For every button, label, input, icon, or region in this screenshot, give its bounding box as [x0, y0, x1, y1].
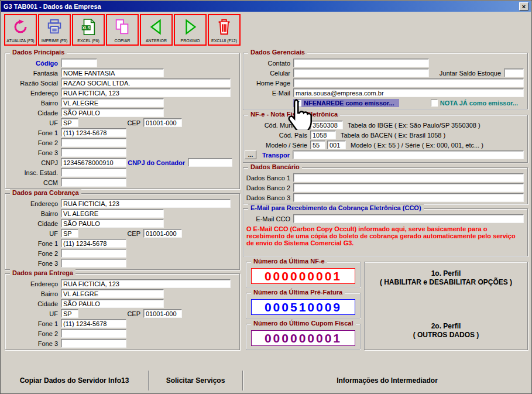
notaja-checkbox[interactable]	[431, 100, 438, 107]
group-dados-cobranca: Dados para Cobrança Endereço Bairro Cida…	[5, 193, 240, 270]
excel-button[interactable]: XLS EXCEL (F6)	[72, 14, 105, 46]
endereco-label: Endereço	[6, 280, 61, 287]
razao-field[interactable]	[61, 78, 231, 87]
copiar-button[interactable]: COPIAR	[106, 14, 139, 46]
group-dados-bancario: Dados Bancário Dados Banco 1 Dados Banco…	[243, 167, 528, 204]
bairro-field[interactable]	[61, 98, 164, 107]
cobranca-fone2-field[interactable]	[61, 249, 126, 258]
juntar-saldo-field[interactable]	[504, 68, 524, 77]
fone2-field[interactable]	[61, 138, 126, 147]
button-label: ANTERIOR	[146, 39, 167, 43]
cobranca-endereco-field[interactable]	[61, 199, 231, 208]
homepage-field[interactable]	[293, 78, 524, 87]
ccm-field[interactable]	[61, 178, 126, 187]
cidade-field[interactable]	[61, 108, 164, 117]
entrega-cidade-field[interactable]	[61, 299, 164, 308]
fone1-field[interactable]	[61, 128, 126, 137]
email-field[interactable]	[293, 88, 524, 97]
check-icon: ✓	[296, 100, 300, 106]
svg-text:XLS: XLS	[82, 26, 90, 30]
cobranca-fone1-field[interactable]	[61, 239, 126, 248]
group-dados-gerenciais: Dados Gerenciais Contato Celular Juntar …	[243, 53, 528, 109]
cobranca-fone3-field[interactable]	[61, 259, 126, 268]
transpor-field[interactable]	[293, 150, 524, 159]
notaja-option[interactable]: NOTA JÁ como emissor...	[431, 100, 518, 107]
imprime-button[interactable]: IMPRIME (F5)	[38, 14, 71, 46]
group-perfis: 1o. Perfil ( HABILITAR e DESABILITAR OPÇ…	[364, 262, 528, 350]
footer-copiar-servidor-button[interactable]: Copiar Dados do Servidor Info13	[1, 369, 147, 392]
endereco-field[interactable]	[61, 88, 231, 97]
uf-label: UF	[6, 119, 61, 126]
banco2-label: Dados Banco 2	[245, 184, 293, 191]
atualiza-button[interactable]: ATUALIZA (F3)	[4, 14, 37, 46]
perfil-2-button[interactable]: 2o. Perfil ( OUTROS DADOS )	[365, 322, 527, 340]
banco3-label: Dados Banco 3	[245, 194, 293, 201]
perfil-1-button[interactable]: 1o. Perfil ( HABILITAR e DESABILITAR OPÇ…	[365, 269, 527, 287]
modelo-serie-label: Modelo / Série	[245, 142, 310, 149]
fone3-field[interactable]	[61, 148, 126, 157]
contato-label: Contato	[245, 60, 293, 67]
cnpj-field[interactable]	[61, 158, 126, 167]
celular-field[interactable]	[293, 68, 429, 77]
footer-bar: Copiar Dados do Servidor Info13 Solicita…	[1, 369, 531, 392]
cco-email-field[interactable]	[293, 214, 524, 223]
entrega-bairro-field[interactable]	[61, 289, 164, 298]
municipio-field[interactable]	[310, 121, 343, 129]
banco3-field[interactable]	[293, 193, 524, 202]
transpor-dots-button[interactable]: ...	[245, 150, 256, 159]
entrega-endereco-field[interactable]	[61, 279, 231, 288]
contato-field[interactable]	[293, 59, 429, 67]
ultima-prefatura-value: 000510009	[251, 299, 355, 315]
titlebar[interactable]: G3 TAB001 - Dados da Empresa ×	[1, 1, 531, 12]
insc-field[interactable]	[61, 168, 126, 177]
cep-label: CEP	[78, 310, 143, 317]
pais-field[interactable]	[310, 131, 336, 139]
nfenarede-checkbox[interactable]: ✓	[294, 100, 301, 107]
button-label: PROXIMO	[180, 39, 200, 43]
cobranca-cep-field[interactable]	[143, 229, 182, 238]
prev-icon	[147, 17, 165, 37]
banco2-field[interactable]	[293, 183, 524, 192]
bairro-label: Bairro	[6, 210, 61, 217]
codigo-label: Código	[6, 60, 61, 67]
cnpj-contador-field[interactable]	[188, 158, 232, 167]
cobranca-bairro-field[interactable]	[61, 209, 164, 218]
button-label: COPIAR	[115, 39, 131, 43]
footer-intermediador-button[interactable]: Informações do Intermediador	[243, 369, 531, 392]
modelo-field[interactable]	[310, 141, 325, 149]
proximo-button[interactable]: PROXIMO	[174, 14, 207, 46]
fone1-label: Fone 1	[6, 129, 61, 136]
nfenarede-option[interactable]: ✓ NFENAREDE como emissor...	[293, 99, 399, 107]
group-title: Número da Última Pré-Fatura	[251, 289, 345, 296]
entrega-fone1-field[interactable]	[61, 319, 126, 328]
group-nfe: NF-e - Nota Fiscal Eletrônica Cód. Munic…	[243, 115, 528, 163]
trash-icon	[215, 17, 233, 37]
pais-hint: Tabela do BACEN ( Ex: Brasil 1058 )	[341, 132, 445, 139]
fone3-label: Fone 3	[6, 149, 61, 156]
banco1-field[interactable]	[293, 173, 524, 182]
entrega-fone3-field[interactable]	[61, 339, 126, 348]
group-title: E-Mail para Recebimento da Cobrança Elet…	[248, 204, 424, 211]
entrega-fone2-field[interactable]	[61, 329, 126, 338]
cep-field[interactable]	[143, 118, 182, 127]
entrega-cep-field[interactable]	[143, 309, 182, 318]
codigo-field[interactable]	[61, 59, 97, 67]
entrega-uf-field[interactable]	[61, 309, 78, 318]
perfil-1-title: 1o. Perfil	[365, 269, 527, 278]
group-title: Dados Bancário	[248, 163, 302, 170]
cobranca-uf-field[interactable]	[61, 229, 78, 238]
cep-label: CEP	[78, 230, 143, 237]
uf-field[interactable]	[61, 118, 78, 127]
exclui-button[interactable]: EXCLUI (F12)	[208, 14, 241, 46]
serie-field[interactable]	[327, 141, 346, 149]
copy-icon	[114, 17, 131, 37]
fone1-label: Fone 1	[6, 320, 61, 327]
cobranca-cidade-field[interactable]	[61, 219, 164, 228]
fantasia-field[interactable]	[61, 68, 164, 77]
footer-solicitar-button[interactable]: Solicitar Serviços	[149, 369, 242, 392]
bairro-label: Bairro	[6, 290, 61, 297]
anterior-button[interactable]: ANTERIOR	[140, 14, 173, 46]
cnpj-label: CNPJ	[6, 159, 61, 166]
endereco-label: Endereço	[6, 90, 61, 97]
close-button[interactable]: ×	[519, 2, 528, 11]
